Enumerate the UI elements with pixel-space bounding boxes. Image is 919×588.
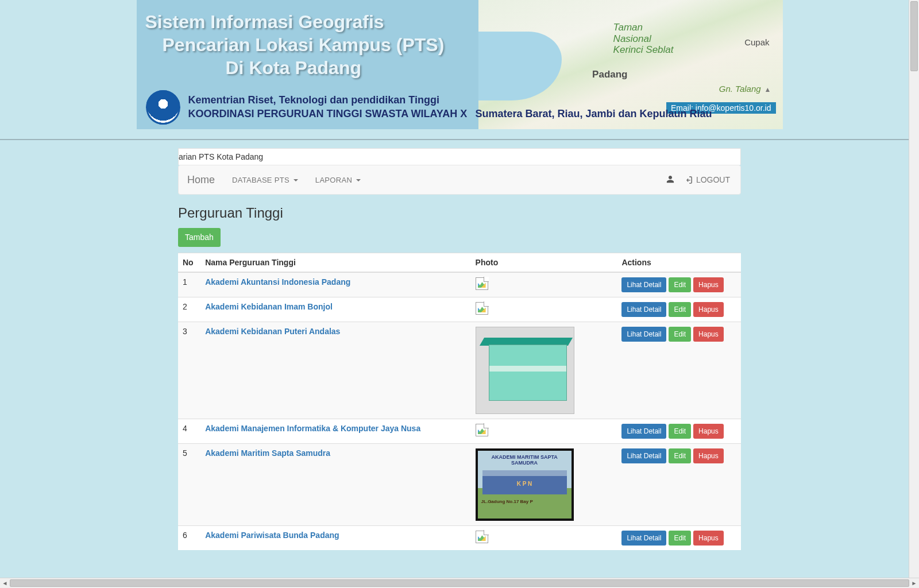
banner-subtitle-1: Kementrian Riset, Teknologi dan pendidik… <box>188 94 439 106</box>
campus-photo: AKADEMI MARITIM SAPTA SAMUDRAK P NJL.Gad… <box>476 448 574 521</box>
table-row: 3Akademi Kebidanan Puteri AndalasLihat D… <box>178 322 741 419</box>
edit-button[interactable]: Edit <box>669 424 691 439</box>
cell-name: Akademi Maritim Sapta Samudra <box>200 444 470 526</box>
cell-name: Akademi Pariwisata Bunda Padang <box>200 526 470 551</box>
breadcrumb: arian PTS Kota Padang <box>178 148 741 165</box>
cell-photo <box>471 297 617 322</box>
detail-button[interactable]: Lihat Detail <box>621 531 666 546</box>
cell-photo: AKADEMI MARITIM SAPTA SAMUDRAK P NJL.Gad… <box>471 444 617 526</box>
cell-name: Akademi Kebidanan Puteri Andalas <box>200 322 470 419</box>
cell-actions: Lihat DetailEditHapus <box>617 419 741 444</box>
edit-button[interactable]: Edit <box>669 277 691 292</box>
table-row: 1Akademi Akuntansi Indonesia PadangLihat… <box>178 272 741 297</box>
cell-actions: Lihat DetailEditHapus <box>617 322 741 419</box>
pts-name-link[interactable]: Akademi Kebidanan Imam Bonjol <box>205 302 333 311</box>
nav-laporan[interactable]: LAPORAN <box>307 176 369 184</box>
broken-image-icon <box>476 531 488 543</box>
cell-name: Akademi Manajemen Informatika & Komputer… <box>200 419 470 444</box>
broken-image-icon <box>476 302 488 315</box>
cell-name: Akademi Akuntansi Indonesia Padang <box>200 272 470 297</box>
broken-image-icon <box>476 277 488 290</box>
cell-no: 1 <box>178 272 200 297</box>
table-row: 6Akademi Pariwisata Bunda PadangLihat De… <box>178 526 741 551</box>
user-icon[interactable] <box>666 175 674 185</box>
col-no: No <box>178 253 200 273</box>
vertical-scrollbar[interactable] <box>909 0 919 567</box>
table-row: 5Akademi Maritim Sapta SamudraAKADEMI MA… <box>178 444 741 526</box>
edit-button[interactable]: Edit <box>669 448 691 463</box>
pts-name-link[interactable]: Akademi Kebidanan Puteri Andalas <box>205 327 340 336</box>
nav-home[interactable]: Home <box>179 174 223 186</box>
map-label-padang: Padang <box>592 69 627 80</box>
banner-title: Sistem Informasi Geografis Pencarian Lok… <box>145 10 445 79</box>
nav-database-pts[interactable]: DATABASE PTS <box>223 176 307 184</box>
col-name: Nama Perguruan Tinggi <box>200 253 470 273</box>
table-row: 2Akademi Kebidanan Imam BonjolLihat Deta… <box>178 297 741 322</box>
ministry-logo-icon <box>146 90 180 125</box>
logout-icon <box>685 176 692 184</box>
edit-button[interactable]: Edit <box>669 327 691 342</box>
table-row: 4Akademi Manajemen Informatika & Kompute… <box>178 419 741 444</box>
cell-actions: Lihat DetailEditHapus <box>617 526 741 551</box>
cell-actions: Lihat DetailEditHapus <box>617 297 741 322</box>
cell-photo <box>471 272 617 297</box>
main-navbar: Home DATABASE PTS LAPORAN LOGOUT <box>178 165 741 195</box>
banner-subtitle-2: KOORDINASI PERGURUAN TINGGI SWASTA WILAY… <box>188 108 468 120</box>
chevron-down-icon <box>356 179 361 181</box>
cell-name: Akademi Kebidanan Imam Bonjol <box>200 297 470 322</box>
delete-button[interactable]: Hapus <box>693 531 724 546</box>
cell-photo <box>471 419 617 444</box>
detail-button[interactable]: Lihat Detail <box>621 424 666 439</box>
delete-button[interactable]: Hapus <box>693 448 724 463</box>
delete-button[interactable]: Hapus <box>693 277 724 292</box>
delete-button[interactable]: Hapus <box>693 327 724 342</box>
detail-button[interactable]: Lihat Detail <box>621 277 666 292</box>
cell-actions: Lihat DetailEditHapus <box>617 272 741 297</box>
header-banner: Taman Nasional Kerinci Seblat Cupak Pada… <box>137 0 783 129</box>
edit-button[interactable]: Edit <box>669 531 691 546</box>
delete-button[interactable]: Hapus <box>693 424 724 439</box>
cell-photo <box>471 322 617 419</box>
cell-photo <box>471 526 617 551</box>
cell-no: 4 <box>178 419 200 444</box>
banner-regions: Sumatera Barat, Riau, Jambi dan Kepulaun… <box>476 108 712 120</box>
add-button[interactable]: Tambah <box>178 228 221 247</box>
map-label-park: Taman Nasional Kerinci Seblat <box>613 22 674 56</box>
detail-button[interactable]: Lihat Detail <box>621 327 666 342</box>
detail-button[interactable]: Lihat Detail <box>621 448 666 463</box>
cell-no: 3 <box>178 322 200 419</box>
pts-name-link[interactable]: Akademi Pariwisata Bunda Padang <box>205 531 339 540</box>
map-label-cupak: Cupak <box>744 37 769 47</box>
pts-name-link[interactable]: Akademi Maritim Sapta Samudra <box>205 448 330 458</box>
cell-no: 6 <box>178 526 200 551</box>
detail-button[interactable]: Lihat Detail <box>621 302 666 317</box>
col-photo: Photo <box>471 253 617 273</box>
cell-actions: Lihat DetailEditHapus <box>617 444 741 526</box>
divider <box>0 139 919 140</box>
campus-photo <box>476 327 574 414</box>
delete-button[interactable]: Hapus <box>693 302 724 317</box>
pts-table: No Nama Perguruan Tinggi Photo Actions 1… <box>178 253 741 550</box>
col-actions: Actions <box>617 253 741 273</box>
chevron-down-icon <box>294 179 298 181</box>
cell-no: 2 <box>178 297 200 322</box>
cell-no: 5 <box>178 444 200 526</box>
logout-button[interactable]: LOGOUT <box>685 175 740 184</box>
pts-name-link[interactable]: Akademi Manajemen Informatika & Komputer… <box>205 424 420 433</box>
map-label-mountain: Gn. Talang▲ <box>719 84 771 94</box>
edit-button[interactable]: Edit <box>669 302 691 317</box>
page-title: Perguruan Tinggi <box>178 205 741 221</box>
broken-image-icon <box>476 424 488 436</box>
pts-name-link[interactable]: Akademi Akuntansi Indonesia Padang <box>205 277 350 287</box>
